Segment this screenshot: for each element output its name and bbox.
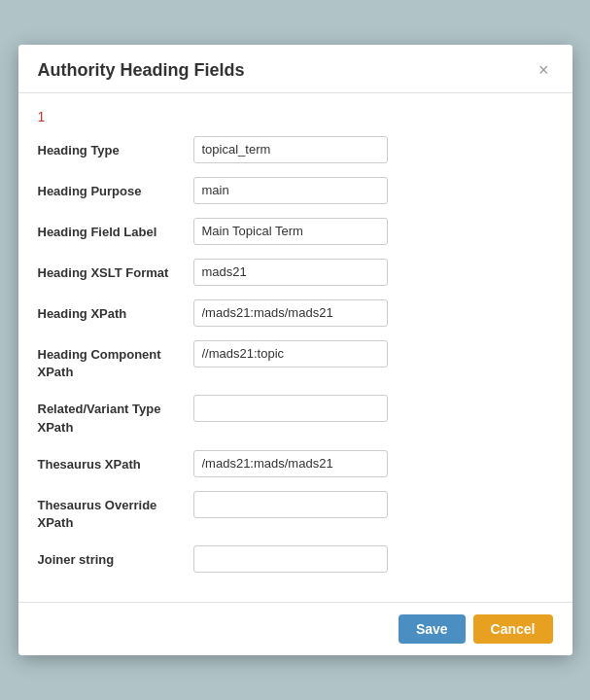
authority-heading-modal: Authority Heading Fields × 1 Heading Typ…	[18, 45, 573, 655]
modal-header: Authority Heading Fields ×	[18, 45, 573, 93]
label-heading-xslt-format: Heading XSLT Format	[38, 259, 193, 282]
label-heading-type: Heading Type	[38, 136, 193, 159]
modal-body: 1 Heading TypeHeading PurposeHeading Fie…	[18, 93, 573, 602]
input-thesaurus-override-xpath[interactable]	[193, 491, 388, 518]
input-joiner-string[interactable]	[193, 545, 388, 573]
label-heading-purpose: Heading Purpose	[38, 177, 193, 200]
modal-overlay: Authority Heading Fields × 1 Heading Typ…	[0, 0, 590, 700]
form-row-related-variant-xpath: Related/Variant Type XPath	[38, 395, 553, 436]
form-row-heading-purpose: Heading Purpose	[38, 177, 553, 204]
form-row-heading-xslt-format: Heading XSLT Format	[38, 259, 553, 286]
label-heading-component-xpath: Heading Component XPath	[38, 340, 193, 381]
form-row-thesaurus-xpath: Thesaurus XPath	[38, 450, 553, 477]
form-row-heading-xpath: Heading XPath	[38, 299, 553, 327]
modal-footer: Save Cancel	[18, 602, 573, 655]
close-button[interactable]: ×	[535, 61, 553, 79]
input-heading-purpose[interactable]	[193, 177, 388, 204]
form-row-heading-type: Heading Type	[38, 136, 553, 163]
cancel-button[interactable]: Cancel	[473, 614, 553, 644]
form-row-heading-field-label: Heading Field Label	[38, 218, 553, 245]
input-related-variant-xpath[interactable]	[193, 395, 388, 422]
save-button[interactable]: Save	[399, 614, 466, 644]
label-heading-field-label: Heading Field Label	[38, 218, 193, 241]
record-number: 1	[38, 109, 553, 124]
input-heading-component-xpath[interactable]	[193, 340, 388, 368]
input-heading-field-label[interactable]	[193, 218, 388, 245]
label-related-variant-xpath: Related/Variant Type XPath	[38, 395, 193, 436]
input-heading-xpath[interactable]	[193, 299, 388, 327]
label-thesaurus-override-xpath: Thesaurus Override XPath	[38, 491, 193, 532]
modal-title: Authority Heading Fields	[38, 60, 245, 81]
form-row-thesaurus-override-xpath: Thesaurus Override XPath	[38, 491, 553, 532]
label-thesaurus-xpath: Thesaurus XPath	[38, 450, 193, 473]
form-row-joiner-string: Joiner string	[38, 545, 553, 573]
label-heading-xpath: Heading XPath	[38, 299, 193, 323]
form-row-heading-component-xpath: Heading Component XPath	[38, 340, 553, 381]
input-heading-type[interactable]	[193, 136, 388, 163]
input-thesaurus-xpath[interactable]	[193, 450, 388, 477]
label-joiner-string: Joiner string	[38, 545, 193, 569]
input-heading-xslt-format[interactable]	[193, 259, 388, 286]
